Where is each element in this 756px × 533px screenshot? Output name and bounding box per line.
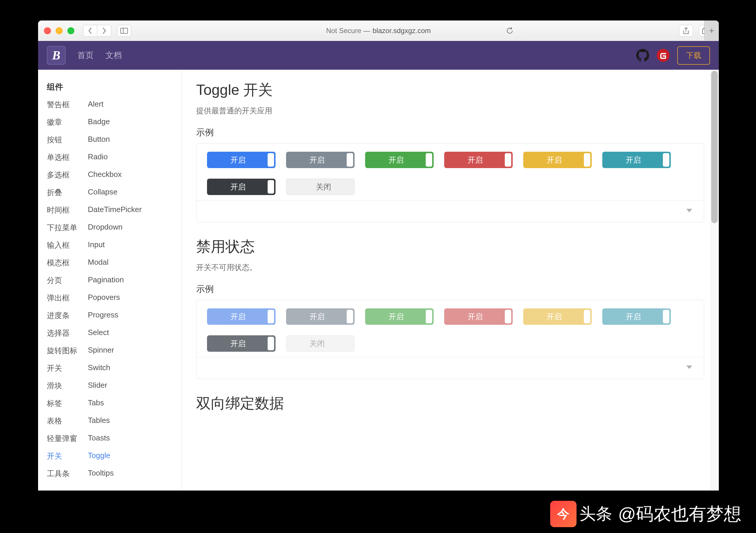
sidebar-item-zh[interactable]: 轻量弹窗 [47, 434, 88, 444]
toggle-off[interactable]: 关闭 [286, 179, 355, 195]
sidebar-item-zh[interactable]: 开关 [47, 451, 88, 461]
header-nav: 首页 文档 [77, 50, 122, 61]
sidebar-item-zh[interactable]: 弹出框 [47, 293, 88, 303]
sidebar-item-en[interactable]: Select [88, 328, 173, 338]
sidebar-item-zh[interactable]: 旋转图标 [47, 346, 88, 356]
sidebar-item-en[interactable]: DateTimePicker [88, 205, 173, 215]
share-button[interactable] [679, 25, 693, 37]
sidebar-item-en[interactable]: Popovers [88, 293, 173, 303]
sidebar-item-en[interactable]: Spinner [88, 346, 173, 356]
card-expand-button[interactable] [197, 357, 704, 379]
sidebar-item-en[interactable]: Button [88, 135, 173, 145]
sidebar-item-en[interactable]: Progress [88, 310, 173, 321]
sidebar-item-zh[interactable]: 开关 [47, 363, 88, 373]
sidebar-item-zh[interactable]: 多选框 [47, 170, 88, 180]
sidebar-item-en[interactable]: Tooltips [88, 468, 173, 479]
toggle-knob [426, 153, 432, 167]
sidebar-item-zh[interactable]: 单选框 [47, 152, 88, 162]
toggle-success-disabled: 开启 [365, 308, 434, 325]
sidebar-item-zh[interactable]: 滑块 [47, 381, 88, 391]
sidebar-item-en[interactable]: Toasts [88, 434, 173, 444]
close-icon[interactable] [44, 27, 51, 34]
scrollbar[interactable] [710, 70, 719, 491]
address-bar[interactable]: Not Secure — blazor.sdgxgz.com [326, 27, 431, 35]
sidebar-item-zh[interactable]: 进度条 [47, 310, 88, 321]
back-button[interactable] [83, 25, 97, 37]
toggle-primary-disabled: 开启 [207, 308, 276, 325]
card-expand-button[interactable] [197, 200, 704, 222]
example-card-disabled: 开启 开启 开启 开启 开启 开启 开启 关闭 [196, 300, 704, 379]
sidebar-item-zh[interactable]: 表格 [47, 416, 88, 426]
watermark-icon: 今 [550, 501, 577, 527]
forward-button[interactable] [97, 25, 111, 37]
sidebar-item-en[interactable]: Modal [88, 258, 173, 268]
nav-docs[interactable]: 文档 [105, 50, 122, 61]
gitee-icon[interactable] [657, 49, 670, 62]
toggle-primary[interactable]: 开启 [207, 152, 276, 168]
sidebar-button[interactable] [117, 25, 131, 37]
maximize-icon[interactable] [68, 27, 74, 34]
sidebar-item-en[interactable]: Input [88, 240, 173, 250]
main-content: Toggle 开关 提供最普通的开关应用 示例 开启 开启 开启 开启 开启 开… [181, 70, 719, 491]
window-controls [44, 27, 74, 34]
minimize-icon[interactable] [56, 27, 63, 34]
toggle-dark-disabled: 开启 [207, 335, 276, 352]
toggle-danger[interactable]: 开启 [444, 152, 513, 168]
url-text: blazor.sdgxgz.com [372, 27, 431, 35]
sidebar-item-zh[interactable]: 徽章 [47, 117, 88, 127]
sidebar-item-zh[interactable]: 工具条 [47, 468, 88, 479]
reload-button[interactable] [504, 25, 515, 36]
sidebar-item-en[interactable]: Dropdown [88, 223, 173, 233]
toggle-secondary-disabled: 开启 [286, 308, 355, 325]
sidebar-item-en[interactable]: Collapse [88, 187, 173, 198]
sidebar-item-zh[interactable]: 时间框 [47, 205, 88, 215]
toggle-knob [347, 153, 353, 167]
sidebar-item-zh[interactable]: 输入框 [47, 240, 88, 250]
sidebar-item-en[interactable]: Radio [88, 152, 173, 162]
toggle-info-disabled: 开启 [602, 308, 671, 325]
toggle-knob [426, 310, 432, 323]
toggle-knob [663, 310, 669, 323]
sidebar-item-zh[interactable]: 按钮 [47, 135, 88, 145]
sidebar-item-en[interactable]: Alert [88, 99, 173, 110]
toggle-dark[interactable]: 开启 [207, 179, 276, 195]
sidebar-item-en[interactable]: Toggle [88, 451, 173, 461]
sidebar-item-en[interactable]: Checkbox [88, 170, 173, 180]
toggle-knob [268, 310, 274, 323]
sidebar-item-zh[interactable]: 警告框 [47, 99, 88, 110]
toggle-knob [268, 337, 274, 350]
toggle-warning[interactable]: 开启 [523, 152, 592, 168]
sidebar-item-en[interactable]: Slider [88, 381, 173, 391]
page-subtitle: 提供最普通的开关应用 [196, 106, 704, 116]
toggle-knob [268, 180, 274, 194]
sidebar-item-en[interactable]: Tabs [88, 398, 173, 408]
svg-rect-0 [121, 28, 128, 33]
sidebar-item-en[interactable]: Switch [88, 363, 173, 373]
download-button[interactable]: 下载 [677, 46, 710, 65]
sidebar-item-en[interactable]: Badge [88, 117, 173, 127]
example-heading-2: 示例 [196, 283, 704, 295]
toggle-info[interactable]: 开启 [602, 152, 671, 168]
browser-titlebar: Not Secure — blazor.sdgxgz.com + [38, 20, 719, 41]
sidebar-item-zh[interactable]: 选择器 [47, 328, 88, 338]
scrollbar-thumb[interactable] [711, 71, 718, 223]
sidebar-item-zh[interactable]: 标签 [47, 398, 88, 408]
toggle-knob [584, 153, 590, 167]
sidebar-item-zh[interactable]: 分页 [47, 275, 88, 286]
nav-home[interactable]: 首页 [77, 50, 94, 61]
sidebar-item-zh[interactable]: 下拉菜单 [47, 223, 88, 233]
sidebar-item-en[interactable]: Tables [88, 416, 173, 426]
example-heading: 示例 [196, 126, 704, 139]
github-icon[interactable] [636, 49, 649, 62]
new-tab-button[interactable]: + [704, 20, 719, 41]
watermark-author: @码农也有梦想 [618, 502, 742, 526]
toggle-success[interactable]: 开启 [365, 152, 434, 168]
toggle-knob [268, 153, 274, 167]
site-logo[interactable]: B [47, 46, 66, 65]
sidebar-item-zh[interactable]: 折叠 [47, 187, 88, 198]
sidebar-item-zh[interactable]: 模态框 [47, 258, 88, 268]
sidebar-item-en[interactable]: Pagination [88, 275, 173, 286]
toggle-secondary[interactable]: 开启 [286, 152, 355, 168]
toggle-knob [584, 310, 590, 323]
section-subtitle-disabled: 开关不可用状态。 [196, 263, 704, 273]
